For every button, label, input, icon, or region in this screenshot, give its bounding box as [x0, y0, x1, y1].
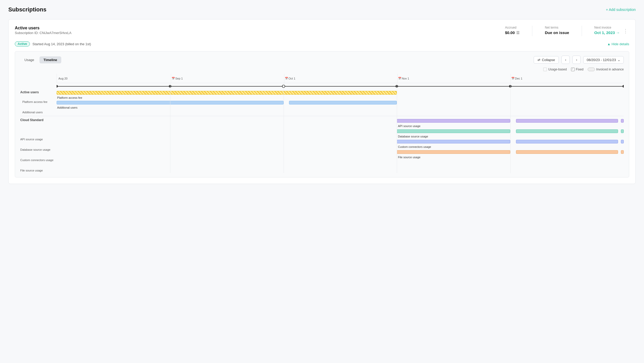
database-source-bar-2	[516, 129, 618, 133]
api-source-label-row: API source usage	[57, 124, 624, 128]
date-oct1: 📅 Oct 1	[284, 74, 397, 83]
custom-connectors-bar-1	[397, 140, 510, 143]
custom-connectors-bar-2	[516, 140, 618, 143]
subscription-card: Active users Subscription ID: CNiJwA7mer…	[8, 19, 636, 184]
timeline-dot-6	[622, 85, 624, 88]
file-source-bar-row	[57, 150, 624, 154]
platform-fee-bar-row	[57, 100, 624, 105]
usage-based-icon	[543, 68, 547, 71]
file-source-bar-3	[621, 150, 624, 154]
platform-fee-bar-col2	[289, 101, 397, 104]
page-title: Subscriptions	[8, 6, 46, 13]
cloud-standard-row-label: Cloud Standard	[20, 118, 51, 122]
platform-access-fee-label: Platform access fee	[20, 100, 48, 103]
legend: Usage-based Fixed Invoiced in advance	[20, 68, 624, 71]
invoiced-advance-icon	[588, 68, 595, 71]
additional-users-label-row: Additional users	[57, 105, 624, 110]
api-source-bar-2	[516, 119, 618, 123]
database-source-usage-label: Database source usage	[20, 148, 50, 151]
subscription-name: Active users	[15, 26, 71, 30]
file-source-bar-1	[397, 150, 510, 154]
tab-usage[interactable]: Usage	[20, 56, 38, 63]
platform-access-fee-text: Platform access fee	[57, 96, 82, 99]
subscription-status-row: Active Started Aug 14, 2023 (billed on t…	[15, 41, 629, 47]
date-sep1: 📅 Sep 1	[171, 74, 284, 83]
next-invoice-value[interactable]: Oct 1, 2023 →	[594, 30, 620, 35]
next-invoice-label: Next invoice	[594, 26, 620, 29]
timeline-dot-2	[169, 85, 171, 88]
additional-users-text: Additional users	[57, 106, 77, 109]
active-users-row-label: Active users	[20, 90, 51, 94]
accrued-label: Accrued	[505, 26, 520, 29]
collapse-icon: ⇄	[538, 58, 540, 62]
additional-users-bar-row	[57, 110, 624, 115]
date-dec1: 📅 Dec 1	[511, 74, 624, 83]
active-users-yellow-bar	[57, 91, 397, 95]
database-source-bar-row	[57, 129, 624, 134]
timeline-dot-1	[57, 85, 58, 88]
custom-connectors-bar-row	[57, 139, 624, 144]
collapse-button[interactable]: ⇄ Collapse	[534, 56, 559, 64]
net-terms-label: Net terms	[545, 26, 569, 29]
date-range-selector[interactable]: 08/20/23 - 12/01/23 ⌄	[583, 56, 624, 64]
api-source-usage-label: API source usage	[20, 138, 43, 141]
timeline-dot-4	[395, 85, 398, 88]
right-controls: ⇄ Collapse ‹ › 08/20/23 - 12/01/23 ⌄	[534, 56, 624, 64]
custom-connectors-label-row: Custom connectors usage	[57, 144, 624, 149]
api-source-bar-3	[621, 119, 624, 123]
prev-button[interactable]: ‹	[561, 56, 570, 64]
fixed-icon	[571, 68, 575, 71]
legend-invoiced-advance: Invoiced in advance	[588, 68, 624, 71]
file-source-label-row: File source usage	[57, 155, 624, 160]
legend-fixed: Fixed	[571, 68, 583, 71]
legend-usage-based: Usage-based	[543, 68, 567, 71]
add-subscription-button[interactable]: + Add subscription	[606, 8, 636, 12]
database-source-text: Database source usage	[398, 135, 428, 138]
timeline-grid: Active users Platform access fee Additio…	[20, 74, 624, 173]
tab-timeline[interactable]: Timeline	[39, 56, 62, 63]
custom-connectors-text: Custom connectors usage	[398, 145, 431, 148]
subscription-id: Subscription ID: CNiJwA7merSHvxLA	[15, 31, 71, 35]
tab-group: Usage Timeline	[20, 56, 61, 63]
database-source-bar-1	[397, 129, 510, 133]
status-badge: Active	[15, 41, 30, 47]
chevron-up-icon: ▲	[607, 42, 611, 46]
custom-connectors-bar-3	[621, 140, 624, 143]
file-source-usage-label: File source usage	[20, 169, 43, 172]
timeline-dot-5	[509, 85, 512, 88]
date-nov1: 📅 Nov 1	[397, 74, 511, 83]
additional-users-label: Additional users	[20, 111, 43, 114]
file-source-bar-2	[516, 150, 618, 154]
date-aug20: Aug 20	[57, 74, 171, 83]
active-users-bar-row	[57, 90, 624, 95]
database-source-bar-3	[621, 129, 624, 133]
chevron-down-icon: ⌄	[618, 58, 620, 62]
api-source-text: API source usage	[398, 124, 420, 128]
accrued-value: $0.00 ☰	[505, 30, 520, 35]
timeline-panel: Usage Timeline ⇄ Collapse ‹ › 08/20/23 -…	[15, 51, 629, 177]
list-icon[interactable]: ☰	[516, 31, 520, 35]
timeline-controls: Usage Timeline ⇄ Collapse ‹ › 08/20/23 -…	[20, 56, 624, 64]
api-source-bar-1	[397, 119, 510, 123]
next-button[interactable]: ›	[572, 56, 581, 64]
platform-fee-bar-col1	[57, 101, 284, 104]
database-source-label-row: Database source usage	[57, 134, 624, 139]
file-source-text: File source usage	[398, 156, 420, 159]
subscription-meta: Accrued $0.00 ☰ Net terms Due on issue N…	[505, 26, 620, 36]
api-source-bar-row	[57, 118, 624, 123]
subscription-info: Active users Subscription ID: CNiJwA7mer…	[15, 26, 71, 35]
custom-connectors-usage-label: Custom connectors usage	[20, 159, 53, 162]
more-options-button[interactable]: ⋮	[622, 27, 629, 35]
started-text: Started Aug 14, 2023 (billed on the 1st)	[32, 42, 91, 46]
net-terms-value: Due on issue	[545, 30, 569, 35]
platform-fee-label-row: Platform access fee	[57, 95, 624, 100]
timeline-dot-3	[282, 85, 285, 88]
hide-details-button[interactable]: ▲ Hide details	[607, 42, 629, 46]
